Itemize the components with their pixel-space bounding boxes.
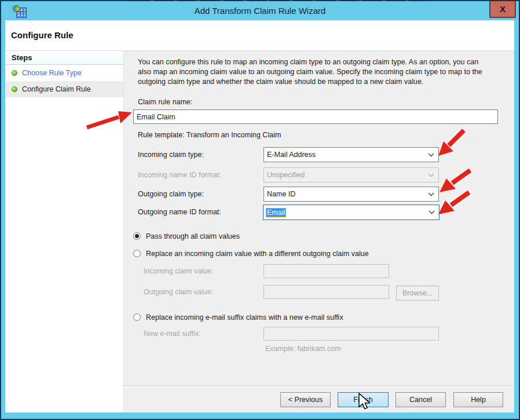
steps-heading: Steps xyxy=(5,51,123,65)
radio-replace-suffix-label: Replace incoming e-mail suffix claims wi… xyxy=(146,313,343,322)
cancel-button[interactable]: Cancel xyxy=(396,392,446,407)
incoming-name-id-format-label: Incoming name ID format: xyxy=(138,167,221,182)
outgoing-claim-type-select[interactable]: Name ID xyxy=(263,187,439,202)
new-email-suffix-label: New e-mail suffix: xyxy=(144,327,200,341)
radio-replace-value[interactable] xyxy=(133,250,141,257)
incoming-claim-type-select[interactable]: E-Mail Address xyxy=(263,147,439,162)
new-email-suffix-input xyxy=(263,327,439,341)
step-done-icon xyxy=(12,70,17,76)
incoming-claim-value-input xyxy=(263,264,389,278)
outgoing-claim-type-label: Outgoing claim type: xyxy=(138,187,204,202)
radio-pass-through[interactable] xyxy=(133,232,141,240)
chevron-down-icon[interactable] xyxy=(426,148,435,162)
chevron-down-icon[interactable] xyxy=(426,187,435,201)
incoming-claim-type-label: Incoming claim type: xyxy=(138,147,204,162)
previous-button[interactable]: < Previous xyxy=(280,392,331,407)
page-header: Configure Rule xyxy=(5,20,514,51)
help-button[interactable]: Help xyxy=(453,392,503,407)
suffix-example-text: Example: fabrikam.com xyxy=(265,345,341,353)
browse-button: Browse... xyxy=(396,286,439,301)
rule-template-text: Rule template: Transform an Incoming Cla… xyxy=(138,131,281,139)
chevron-down-icon xyxy=(426,168,435,182)
selected-combo-text: Email xyxy=(266,209,285,217)
sidebar-item-choose-rule-type[interactable]: Choose Rule Type xyxy=(5,65,123,81)
outgoing-claim-value-input xyxy=(263,285,389,299)
step-label: Configure Claim Rule xyxy=(22,85,91,93)
step-done-icon xyxy=(12,86,17,92)
sidebar-item-configure-claim-rule[interactable]: Configure Claim Rule xyxy=(5,81,123,97)
outgoing-claim-value-label: Outgoing claim value: xyxy=(144,285,213,299)
incoming-name-id-format-select: Unspecified xyxy=(263,167,439,182)
chevron-down-icon[interactable] xyxy=(427,205,436,220)
titlebar[interactable]: Add Transform Claim Rule Wizard xyxy=(1,1,519,20)
radio-pass-through-label: Pass through all claim values xyxy=(146,232,240,240)
step-label: Choose Rule Type xyxy=(22,69,82,77)
radio-replace-value-label: Replace an incoming claim value with a d… xyxy=(146,250,369,258)
outgoing-name-id-format-select[interactable]: Email xyxy=(263,204,440,220)
claim-rule-name-input[interactable] xyxy=(133,109,498,124)
screenshot-stage: Add Transform Claim Rule Wizard X Config… xyxy=(0,0,520,420)
footer-divider xyxy=(124,385,514,388)
finish-button[interactable]: Finish xyxy=(338,392,389,407)
window-title: Add Transform Claim Rule Wizard xyxy=(1,6,519,16)
incoming-claim-value-label: Incoming claim value: xyxy=(144,264,213,278)
close-icon[interactable]: X xyxy=(489,0,516,18)
radio-replace-suffix[interactable] xyxy=(133,313,141,321)
outgoing-name-id-format-label: Outgoing name ID format: xyxy=(138,204,221,220)
steps-sidebar: Steps Choose Rule Type Configure Claim R… xyxy=(5,51,124,412)
page-title: Configure Rule xyxy=(11,30,74,40)
rule-description-text: You can configure this rule to map an in… xyxy=(138,57,493,87)
claim-rule-name-label: Claim rule name: xyxy=(138,98,192,106)
